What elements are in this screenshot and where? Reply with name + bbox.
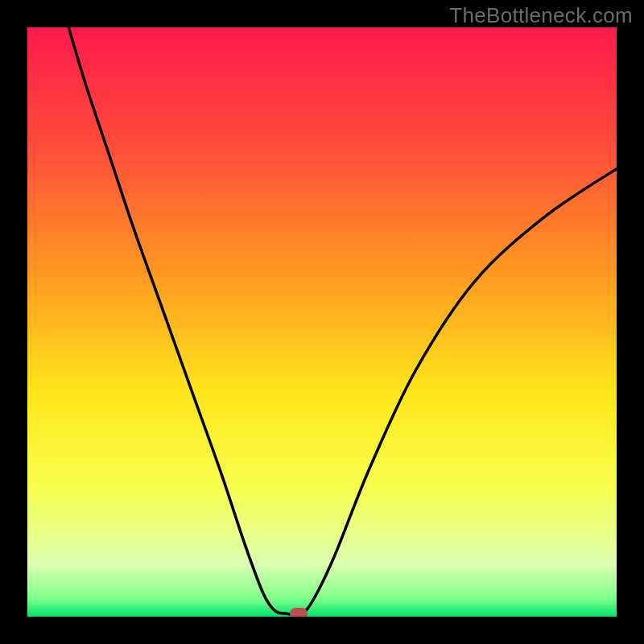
chart-plot — [27, 27, 617, 617]
chart-svg — [27, 27, 617, 617]
watermark-label: TheBottleneck.com — [449, 3, 633, 28]
chart-frame: TheBottleneck.com — [0, 0, 644, 644]
optimal-marker — [290, 608, 308, 617]
gradient-background — [27, 27, 617, 617]
